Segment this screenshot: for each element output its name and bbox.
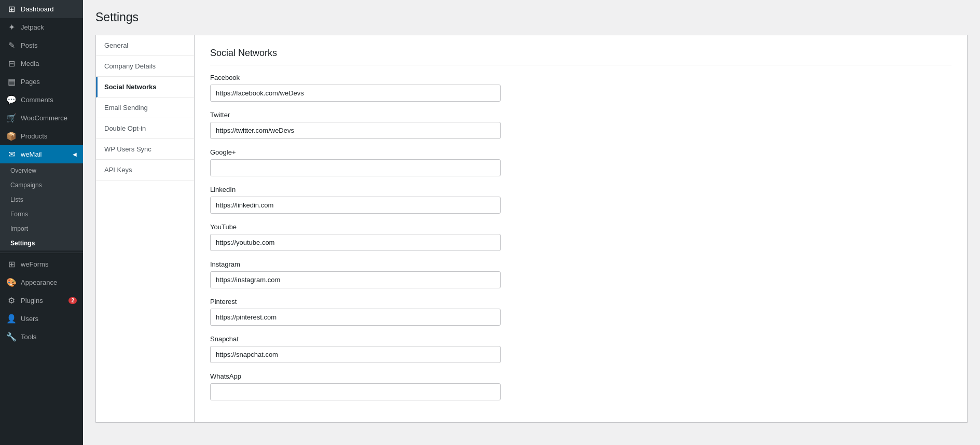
nav-item-double-opt-in[interactable]: Double Opt-in <box>96 118 194 139</box>
sidebar-item-label: Tools <box>21 333 77 341</box>
dashboard-icon: ⊞ <box>6 4 17 14</box>
label-twitter: Twitter <box>210 111 951 119</box>
sidebar-item-label: Plugins <box>21 297 62 304</box>
users-icon: 👤 <box>6 314 17 324</box>
label-youtube: YouTube <box>210 223 951 231</box>
field-group-twitter: Twitter <box>210 111 951 139</box>
label-instagram: Instagram <box>210 260 951 268</box>
sidebar-item-jetpack[interactable]: ✦ Jetpack <box>0 18 83 36</box>
sidebar-item-posts[interactable]: ✎ Posts <box>0 36 83 54</box>
input-twitter[interactable] <box>210 122 501 139</box>
field-group-whatsapp: WhatsApp <box>210 372 951 400</box>
sidebar-item-weforms[interactable]: ⊞ weForms <box>0 255 83 273</box>
nav-item-general[interactable]: General <box>96 35 194 56</box>
input-linkedin[interactable] <box>210 197 501 214</box>
input-youtube[interactable] <box>210 234 501 251</box>
woocommerce-icon: 🛒 <box>6 113 17 123</box>
field-group-google-plus: Google+ <box>210 148 951 176</box>
weforms-icon: ⊞ <box>6 259 17 269</box>
field-group-youtube: YouTube <box>210 223 951 251</box>
submenu-item-import[interactable]: Import <box>0 221 83 236</box>
submenu-item-lists[interactable]: Lists <box>0 192 83 207</box>
sidebar-item-users[interactable]: 👤 Users <box>0 310 83 328</box>
sidebar: ⊞ Dashboard ✦ Jetpack ✎ Posts ⊟ Media ▤ … <box>0 0 83 445</box>
sidebar-item-label: Pages <box>21 78 77 86</box>
social-networks-fields: FacebookTwitterGoogle+LinkedInYouTubeIns… <box>210 74 951 400</box>
page-title: Settings <box>95 10 968 24</box>
nav-item-wp-users-sync[interactable]: WP Users Sync <box>96 139 194 160</box>
field-group-instagram: Instagram <box>210 260 951 288</box>
sidebar-item-label: Appearance <box>21 279 77 286</box>
sidebar-item-label: Comments <box>21 96 77 104</box>
sidebar-divider <box>0 253 83 253</box>
label-snapchat: Snapchat <box>210 335 951 343</box>
appearance-icon: 🎨 <box>6 277 17 287</box>
label-linkedin: LinkedIn <box>210 186 951 193</box>
pages-icon: ▤ <box>6 77 17 87</box>
settings-content: Social Networks FacebookTwitterGoogle+Li… <box>195 35 967 422</box>
plugins-badge: 2 <box>68 297 77 304</box>
input-whatsapp[interactable] <box>210 383 501 400</box>
input-pinterest[interactable] <box>210 309 501 326</box>
label-google-plus: Google+ <box>210 148 951 156</box>
sidebar-item-products[interactable]: 📦 Products <box>0 127 83 145</box>
sidebar-item-pages[interactable]: ▤ Pages <box>0 73 83 91</box>
settings-nav: General Company Details Social Networks … <box>96 35 195 422</box>
sidebar-item-label: Products <box>21 132 77 140</box>
field-group-facebook: Facebook <box>210 74 951 102</box>
label-whatsapp: WhatsApp <box>210 372 951 380</box>
submenu-item-settings[interactable]: Settings <box>0 236 83 251</box>
sidebar-item-media[interactable]: ⊟ Media <box>0 54 83 73</box>
submenu-item-overview[interactable]: Overview <box>0 163 83 178</box>
wemail-icon: ✉ <box>6 149 17 159</box>
label-pinterest: Pinterest <box>210 298 951 305</box>
tools-icon: 🔧 <box>6 332 17 342</box>
posts-icon: ✎ <box>6 40 17 50</box>
sidebar-item-label: Media <box>21 60 77 67</box>
main-content: Settings General Company Details Social … <box>83 0 980 445</box>
sidebar-item-label: Posts <box>21 41 77 49</box>
sidebar-item-woocommerce[interactable]: 🛒 WooCommerce <box>0 109 83 127</box>
wemail-arrow: ◀ <box>73 151 77 157</box>
jetpack-icon: ✦ <box>6 22 17 32</box>
field-group-linkedin: LinkedIn <box>210 186 951 214</box>
section-title: Social Networks <box>210 48 951 65</box>
sidebar-item-tools[interactable]: 🔧 Tools <box>0 328 83 346</box>
wemail-submenu: Overview Campaigns Lists Forms Import Se… <box>0 163 83 251</box>
sidebar-item-appearance[interactable]: 🎨 Appearance <box>0 273 83 291</box>
nav-item-company-details[interactable]: Company Details <box>96 56 194 77</box>
comments-icon: 💬 <box>6 95 17 105</box>
sidebar-item-label: Jetpack <box>21 23 77 31</box>
sidebar-item-label: weForms <box>21 260 77 268</box>
nav-item-email-sending[interactable]: Email Sending <box>96 98 194 118</box>
sidebar-item-dashboard[interactable]: ⊞ Dashboard <box>0 0 83 18</box>
nav-item-api-keys[interactable]: API Keys <box>96 160 194 180</box>
field-group-pinterest: Pinterest <box>210 298 951 326</box>
settings-wrapper: General Company Details Social Networks … <box>95 35 968 423</box>
sidebar-item-plugins[interactable]: ⚙ Plugins 2 <box>0 291 83 310</box>
submenu-item-forms[interactable]: Forms <box>0 207 83 221</box>
input-google-plus[interactable] <box>210 159 501 176</box>
sidebar-item-label: WooCommerce <box>21 114 77 122</box>
submenu-item-campaigns[interactable]: Campaigns <box>0 178 83 192</box>
field-group-snapchat: Snapchat <box>210 335 951 363</box>
media-icon: ⊟ <box>6 59 17 68</box>
sidebar-item-label: Users <box>21 315 77 323</box>
products-icon: 📦 <box>6 131 17 141</box>
label-facebook: Facebook <box>210 74 951 81</box>
sidebar-item-comments[interactable]: 💬 Comments <box>0 91 83 109</box>
sidebar-item-label: weMail <box>21 150 68 158</box>
input-snapchat[interactable] <box>210 346 501 363</box>
nav-item-social-networks[interactable]: Social Networks <box>96 77 194 98</box>
sidebar-item-label: Dashboard <box>21 5 77 13</box>
sidebar-item-wemail[interactable]: ✉ weMail ◀ <box>0 145 83 163</box>
input-facebook[interactable] <box>210 85 501 102</box>
plugins-icon: ⚙ <box>6 296 17 305</box>
input-instagram[interactable] <box>210 271 501 288</box>
